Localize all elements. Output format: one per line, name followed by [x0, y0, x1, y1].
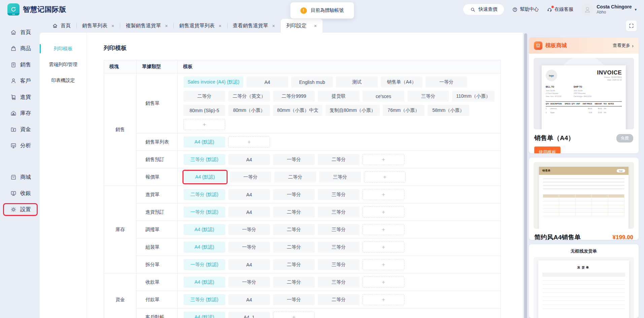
template-chip[interactable]: A4	[228, 294, 270, 305]
template-chip[interactable]: A4	[228, 189, 270, 200]
template-chip[interactable]: 三等分	[318, 242, 360, 253]
template-chip[interactable]: 80mm（小票）	[228, 105, 270, 116]
template-chip[interactable]: A4	[228, 154, 270, 165]
tab[interactable]: 首頁	[46, 19, 76, 33]
subnav-item[interactable]: 列印模板	[40, 41, 87, 57]
template-chip-default[interactable]: A4 (默認)	[184, 171, 226, 183]
sidebar-item-settings[interactable]: 設置	[3, 203, 38, 216]
template-chip[interactable]: 二等分	[183, 91, 225, 102]
sidebar-item-purchase[interactable]: 進貨	[0, 89, 40, 105]
add-template-button[interactable]: +	[183, 119, 225, 130]
template-chip[interactable]: 一等分	[230, 171, 271, 183]
template-chip[interactable]: 三等分	[319, 171, 361, 183]
template-chip[interactable]: 销售单（A4）	[381, 76, 422, 88]
add-template-button[interactable]: +	[363, 242, 404, 253]
add-template-button[interactable]: +	[363, 294, 404, 305]
tab-close-icon[interactable]: ×	[218, 23, 221, 29]
sidebar-item-sales[interactable]: 銷售	[0, 57, 40, 73]
tab-close-icon[interactable]: ×	[165, 23, 168, 29]
template-chip[interactable]: 一等分	[273, 154, 315, 165]
template-chip[interactable]: 一等分	[426, 76, 467, 88]
template-chip-default[interactable]: A4 (默認)	[183, 136, 225, 148]
template-chip[interactable]: 三等分	[407, 91, 449, 102]
add-template-button[interactable]: +	[363, 206, 404, 218]
template-chip[interactable]: 提货联	[318, 91, 360, 102]
template-chip[interactable]: 三等分	[318, 259, 360, 270]
template-chip[interactable]: A4	[228, 206, 270, 218]
template-chip-default[interactable]: A4 (默認)	[183, 242, 225, 253]
tab[interactable]: 列印設定×	[281, 19, 323, 33]
template-chip-default[interactable]: A4 (默認)	[183, 224, 225, 235]
subnav-item[interactable]: 雲端列印管理	[40, 57, 87, 72]
add-template-button[interactable]: +	[363, 259, 404, 270]
use-template-button[interactable]: 使用模板	[534, 147, 561, 153]
template-chip[interactable]: 二等分	[273, 277, 315, 288]
template-card-sales-a4[interactable]: 模板商城 查看更多 › logo INVOIC	[529, 37, 639, 153]
fullscreen-button[interactable]	[626, 21, 637, 31]
template-chip[interactable]: 二等分	[273, 206, 315, 218]
template-chip[interactable]: 二等分（英文）	[228, 91, 270, 102]
template-chip[interactable]: 一等分	[228, 242, 270, 253]
sidebar-item-analysis[interactable]: 分析	[0, 137, 40, 154]
template-chip[interactable]: 110mm（小票）	[452, 91, 495, 102]
template-chip[interactable]: 一等分	[228, 224, 270, 235]
sidebar-item-inventory[interactable]: 庫存	[0, 105, 40, 121]
template-chip[interactable]: 三等分	[318, 224, 360, 235]
tab[interactable]: 銷售退貨單列表×	[173, 19, 227, 33]
tab-close-icon[interactable]: ×	[314, 23, 317, 29]
subnav-item[interactable]: 印表機設定	[40, 72, 87, 88]
template-chip[interactable]: 二等分	[318, 294, 360, 305]
sidebar-item-home[interactable]: 首頁	[0, 24, 40, 40]
scrollbar[interactable]	[524, 33, 527, 318]
template-chip[interactable]: 58mm（小票）	[428, 105, 469, 116]
tab-close-icon[interactable]: ×	[272, 23, 275, 29]
template-chip[interactable]: 复制自80mm（小票）	[326, 105, 380, 116]
view-more-link[interactable]: 查看更多 ›	[613, 42, 634, 49]
add-template-button[interactable]: +	[273, 312, 315, 318]
add-template-button[interactable]: +	[363, 189, 404, 200]
template-chip-default[interactable]: Sales invoice (A4) (默認)	[183, 76, 243, 88]
add-template-button[interactable]: +	[364, 171, 406, 183]
template-chip[interactable]: 二等分	[273, 259, 315, 270]
template-chip[interactable]: 一等分	[273, 294, 315, 305]
template-chip[interactable]: ce'sces	[363, 91, 404, 102]
help-center-link[interactable]: 幫助中心	[512, 6, 539, 12]
template-chip-default[interactable]: 三等分 (默認)	[183, 294, 225, 305]
template-chip[interactable]: 三等分	[318, 277, 360, 288]
template-chip[interactable]: 80mm (Slip)-5	[183, 105, 225, 116]
template-chip[interactable]: 三等分	[318, 206, 360, 218]
tab-close-icon[interactable]: ×	[111, 23, 114, 29]
quick-quote-search[interactable]: 快速查價	[463, 4, 504, 15]
sidebar-item-mall[interactable]: 商城	[0, 169, 40, 185]
template-chip[interactable]: 测试	[336, 76, 378, 88]
template-chip[interactable]: A4	[228, 259, 270, 270]
user-menu[interactable]: Costa Chingore Abho ▾	[581, 3, 637, 15]
template-chip-default[interactable]: A4 (默認)	[183, 312, 225, 318]
tab[interactable]: 複製銷售退貨單×	[120, 19, 173, 33]
template-chip[interactable]: 二等分	[273, 224, 315, 235]
template-chip[interactable]: 80mm（小票）中文	[273, 105, 323, 116]
tab[interactable]: 查看銷售退貨單×	[227, 19, 281, 33]
add-template-button[interactable]: +	[363, 154, 404, 165]
template-chip[interactable]: A4	[246, 76, 288, 88]
template-chip[interactable]: 三等分	[318, 189, 360, 200]
template-chip[interactable]: English mub	[291, 76, 333, 88]
add-template-button[interactable]: +	[228, 136, 270, 148]
template-chip[interactable]: 二等分	[273, 242, 315, 253]
template-card-minimal-a4[interactable]: 销售单 logo 简约风A4销售单 ¥199.00	[529, 158, 639, 240]
template-chip[interactable]: 一等分	[273, 189, 315, 200]
template-chip-default[interactable]: 一等分 (默認)	[183, 259, 225, 270]
sidebar-item-cashier[interactable]: 收銀	[0, 185, 40, 201]
sidebar-item-customers[interactable]: 客戶	[0, 73, 40, 89]
online-service-link[interactable]: 在線客服	[547, 6, 573, 12]
template-chip[interactable]: 76mm（小票）	[383, 105, 425, 116]
template-chip[interactable]: 二等分	[318, 154, 360, 165]
sidebar-item-funds[interactable]: 資金	[0, 121, 40, 137]
template-chip-default[interactable]: 三等分 (默認)	[183, 154, 225, 165]
template-chip[interactable]: 二等分9999	[273, 91, 315, 102]
template-chip[interactable]: 二等分	[274, 171, 316, 183]
app-logo[interactable]: intl 智慧记国际版	[7, 3, 66, 15]
template-chip-default[interactable]: 二等分 (默認)	[183, 189, 225, 200]
add-template-button[interactable]: +	[363, 224, 404, 235]
template-chip-default[interactable]: A4 (默認)	[183, 277, 225, 288]
